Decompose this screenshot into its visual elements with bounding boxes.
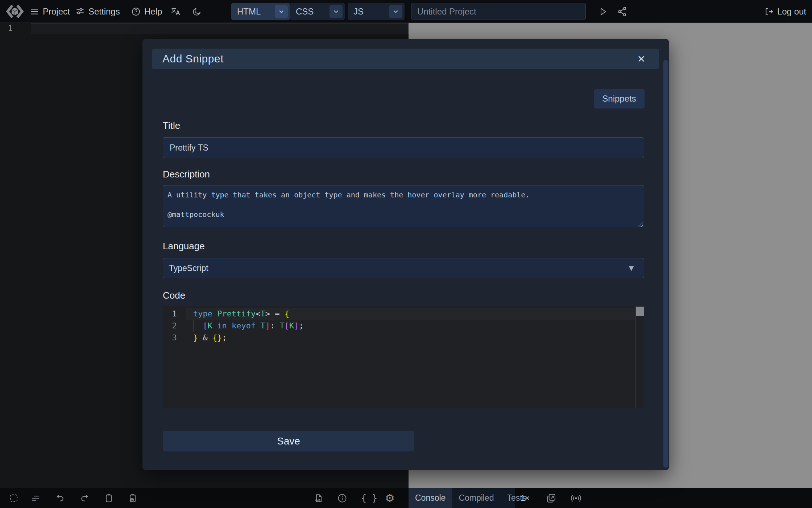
modal-title: Add Snippet: [152, 53, 224, 65]
title-input[interactable]: [163, 137, 644, 158]
code-line-number: 1: [163, 308, 186, 320]
language-label: Language: [163, 241, 205, 252]
selection-icon[interactable]: [9, 488, 19, 508]
chevron-down-icon[interactable]: [389, 5, 402, 18]
app-logo-icon[interactable]: [4, 3, 25, 20]
indent-guide: [193, 320, 194, 332]
redo-icon[interactable]: [79, 488, 90, 508]
logout-label: Log out: [777, 7, 806, 17]
sliders-icon: [75, 7, 85, 16]
moon-icon: [192, 7, 202, 16]
close-icon[interactable]: ✕: [633, 49, 650, 69]
snippets-button[interactable]: Snippets: [594, 89, 645, 108]
code-line[interactable]: 3} & {};: [163, 332, 644, 344]
pane-select-css[interactable]: CSS: [290, 3, 345, 20]
bottom-toolbar: { } ⚙ Console Compiled Tests 1×: [0, 488, 812, 508]
menu-project[interactable]: Project: [30, 0, 70, 23]
share-button[interactable]: [617, 0, 628, 23]
pane-html-label: HTML: [237, 7, 261, 17]
tab-console[interactable]: Console: [409, 488, 452, 508]
code-line-content: [K in keyof T]: T[K];: [186, 320, 635, 332]
run-button[interactable]: [597, 0, 608, 23]
code-line[interactable]: 1type Prettify<T> = {: [163, 308, 644, 320]
zoom-level-label[interactable]: 1×: [521, 488, 530, 508]
add-snippet-modal: Add Snippet ✕ Snippets Title Description…: [142, 39, 669, 470]
braces-icon[interactable]: { }: [361, 488, 377, 508]
theme-toggle[interactable]: [192, 0, 202, 23]
editor-line-number: 1: [8, 24, 13, 33]
playground-app: Project Settings Help HTML: [0, 0, 812, 508]
logout-button[interactable]: Log out: [764, 0, 806, 23]
code-editor[interactable]: 1type Prettify<T> = {2 [K in keyof T]: T…: [163, 306, 644, 408]
description-textarea[interactable]: A utility type that takes an object type…: [163, 185, 644, 227]
menu-help-label: Help: [144, 7, 162, 17]
popout-icon[interactable]: [546, 488, 557, 508]
translate-icon: [170, 7, 181, 17]
pane-js-label: JS: [353, 7, 364, 17]
title-label: Title: [163, 120, 180, 131]
project-name-input[interactable]: [411, 3, 586, 20]
save-button[interactable]: Save: [163, 431, 414, 451]
top-toolbar: Project Settings Help HTML: [0, 0, 812, 23]
dropdown-arrow-icon: ▼: [629, 265, 634, 272]
help-circle-icon: [131, 7, 141, 16]
gear-icon[interactable]: ⚙: [385, 488, 395, 508]
pane-css-label: CSS: [296, 7, 314, 17]
language-selected-value: TypeScript: [163, 263, 208, 273]
paste-icon[interactable]: [128, 488, 138, 508]
chevron-down-icon[interactable]: [275, 5, 288, 18]
file-link-icon[interactable]: [314, 488, 324, 508]
info-icon[interactable]: [337, 488, 347, 508]
language-select[interactable]: TypeScript ▼: [163, 258, 644, 278]
copy-icon[interactable]: [104, 488, 114, 508]
logout-icon: [764, 7, 774, 16]
description-label: Description: [163, 169, 210, 180]
code-editor-lines: 1type Prettify<T> = {2 [K in keyof T]: T…: [163, 308, 644, 344]
editor-current-line[interactable]: [31, 23, 409, 34]
code-line-content: type Prettify<T> = {: [186, 308, 635, 320]
format-code-icon[interactable]: [30, 488, 41, 508]
code-line-number: 3: [163, 332, 186, 344]
code-scrollbar-thumb[interactable]: [636, 307, 644, 316]
hamburger-icon: [30, 7, 39, 16]
menu-help[interactable]: Help: [131, 0, 162, 23]
modal-scrollbar-thumb[interactable]: [663, 60, 668, 468]
chevron-down-icon[interactable]: [330, 5, 343, 18]
undo-icon[interactable]: [55, 488, 65, 508]
menu-settings[interactable]: Settings: [75, 0, 120, 23]
output-tabs: Console Compiled Tests: [409, 488, 515, 508]
code-line-number: 2: [163, 320, 186, 332]
modal-header: Add Snippet ✕: [152, 49, 659, 69]
code-line-content: } & {};: [186, 332, 635, 344]
code-scrollbar-track: [635, 306, 636, 408]
menu-settings-label: Settings: [88, 7, 120, 17]
pane-select-js[interactable]: JS: [348, 3, 405, 20]
tab-compiled[interactable]: Compiled: [452, 488, 500, 508]
translate-button[interactable]: [170, 0, 181, 23]
live-broadcast-icon[interactable]: [570, 488, 582, 508]
code-label: Code: [163, 290, 185, 301]
pane-select-html[interactable]: HTML: [231, 3, 290, 20]
code-line[interactable]: 2 [K in keyof T]: T[K];: [163, 320, 644, 332]
menu-project-label: Project: [43, 7, 70, 17]
